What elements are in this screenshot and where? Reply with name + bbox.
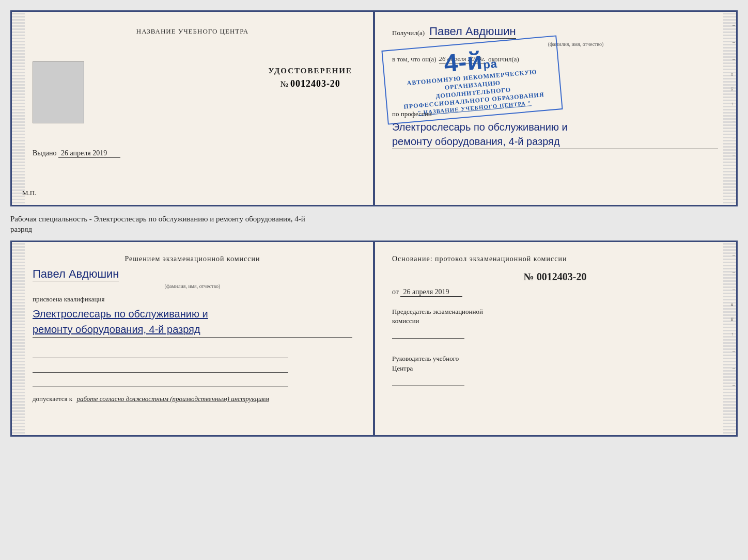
- signature-lines: [33, 348, 352, 387]
- recipient-name: Павел Авдюшин: [429, 25, 516, 39]
- basis-title: Основание: протокол экзаменационной коми…: [392, 255, 718, 263]
- recipient-prefix: Получил(а): [392, 29, 425, 37]
- photo-placeholder: [33, 61, 84, 123]
- profession-line2: ремонту оборудования, 4-й разряд: [392, 134, 718, 149]
- protocol-number: № 0012403-20: [392, 271, 718, 283]
- cert-bottom-left: Решением экзаменационной комиссии Павел …: [12, 242, 374, 435]
- head-sig-line: [392, 376, 464, 386]
- right-border-texture: [723, 12, 736, 205]
- cert-right-panel: Получил(а) Павел Авдюшин (фамилия, имя, …: [374, 12, 736, 205]
- issue-label: Выдано: [33, 149, 57, 157]
- cert-title: УДОСТОВЕРЕНИЕ: [269, 67, 353, 75]
- допускается-prefix: допускается к: [33, 395, 72, 403]
- fio-label-bottom: (фамилия, имя, отчество): [33, 283, 352, 289]
- top-certificate: НАЗВАНИЕ УЧЕБНОГО ЦЕНТРА УДОСТОВЕРЕНИЕ №…: [10, 10, 738, 206]
- between-label: Рабочая специальность - Электрослесарь п…: [10, 212, 738, 235]
- cert-center-info: УДОСТОВЕРЕНИЕ № 0012403-20: [269, 67, 353, 89]
- from-date: от 26 апреля 2019: [392, 288, 718, 297]
- assigned-qual-label: присвоена квалификация: [33, 295, 352, 303]
- qual-text: Электрослесарь по обслуживанию и ремонту…: [33, 306, 352, 338]
- bottom-certificate: Решением экзаменационной комиссии Павел …: [10, 241, 738, 437]
- org-name-top: НАЗВАНИЕ УЧЕБНОГО ЦЕНТРА: [136, 27, 248, 36]
- cert-number: 0012403-20: [290, 78, 340, 89]
- sig-line-2: [33, 362, 288, 373]
- commission-title: Решением экзаменационной комиссии: [33, 255, 352, 263]
- bottom-left-border: [12, 242, 25, 435]
- head-label: Руководитель учебного Центра: [392, 354, 718, 373]
- head-section: Руководитель учебного Центра: [392, 354, 718, 386]
- between-line2: разряд: [10, 225, 738, 235]
- issue-date: 26 апреля 2019: [58, 149, 120, 158]
- cert-left-panel: НАЗВАНИЕ УЧЕБНОГО ЦЕНТРА УДОСТОВЕРЕНИЕ №…: [12, 12, 374, 205]
- sig-line-1: [33, 348, 288, 358]
- chairman-label: Председатель экзаменационной комиссии: [392, 307, 718, 326]
- bottom-right-border: [723, 242, 736, 435]
- qual-line1: Электрослесарь по обслуживанию и: [33, 306, 352, 322]
- from-prefix: от: [392, 288, 399, 296]
- from-date-value: 26 апреля 2019: [400, 288, 462, 297]
- profession-text: Электрослесарь по обслуживанию и ремонту…: [392, 120, 718, 149]
- profession-line1: Электрослесарь по обслуживанию и: [392, 120, 718, 134]
- mp-label: М.П.: [22, 189, 36, 197]
- cert-number-label: №: [280, 79, 288, 88]
- qual-line2: ремонту оборудования, 4-й разряд: [33, 322, 352, 337]
- person-name-bottom: Павел Авдюшин: [33, 267, 119, 281]
- допускается-line: допускается к работе согласно должностны…: [33, 395, 352, 403]
- between-line1: Рабочая специальность - Электрослесарь п…: [10, 214, 738, 225]
- profession-section: по профессии Электрослесарь по обслужива…: [392, 110, 718, 149]
- cert-bottom-right: Основание: протокол экзаменационной коми…: [374, 242, 736, 435]
- chairman-section: Председатель экзаменационной комиссии: [392, 307, 718, 339]
- chairman-sig-line: [392, 328, 464, 339]
- допускается-text: работе согласно должностным (производств…: [76, 395, 269, 403]
- sig-line-3: [33, 377, 288, 387]
- profession-label: по профессии: [392, 110, 718, 118]
